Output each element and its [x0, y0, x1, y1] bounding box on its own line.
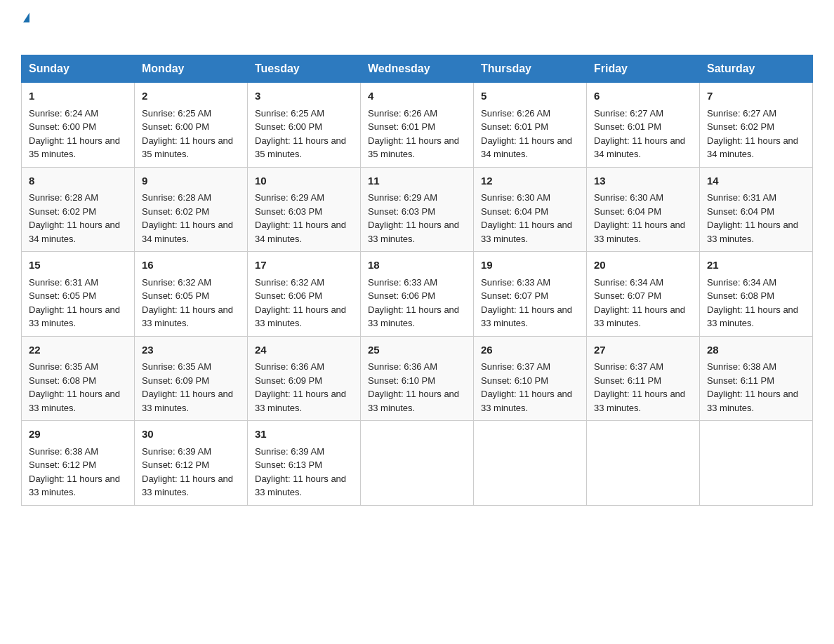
- column-header-monday: Monday: [135, 55, 248, 83]
- calendar-cell: [587, 421, 700, 506]
- day-number: 12: [481, 173, 579, 189]
- sunrise-text: Sunrise: 6:28 AM: [142, 192, 211, 203]
- sunrise-text: Sunrise: 6:26 AM: [481, 108, 550, 119]
- sunset-text: Sunset: 6:11 PM: [594, 375, 661, 386]
- calendar-cell: 14Sunrise: 6:31 AMSunset: 6:04 PMDayligh…: [700, 167, 813, 252]
- daylight-text: Daylight: 11 hours and 33 minutes.: [142, 474, 233, 498]
- calendar-cell: [361, 421, 474, 506]
- sunrise-text: Sunrise: 6:36 AM: [368, 361, 437, 372]
- sunrise-text: Sunrise: 6:36 AM: [255, 361, 324, 372]
- calendar-header-row: SundayMondayTuesdayWednesdayThursdayFrid…: [22, 55, 813, 83]
- sunrise-text: Sunrise: 6:35 AM: [29, 361, 98, 372]
- sunrise-text: Sunrise: 6:31 AM: [29, 277, 98, 288]
- calendar-cell: 18Sunrise: 6:33 AMSunset: 6:06 PMDayligh…: [361, 252, 474, 337]
- sunset-text: Sunset: 6:06 PM: [368, 290, 435, 301]
- page-header: [21, 14, 813, 43]
- daylight-text: Daylight: 11 hours and 33 minutes.: [594, 220, 685, 244]
- daylight-text: Daylight: 11 hours and 33 minutes.: [707, 389, 798, 413]
- calendar-cell: 20Sunrise: 6:34 AMSunset: 6:07 PMDayligh…: [587, 252, 700, 337]
- day-number: 30: [142, 427, 240, 443]
- day-number: 3: [255, 88, 353, 105]
- sunset-text: Sunset: 6:05 PM: [142, 290, 209, 301]
- day-number: 5: [481, 88, 579, 105]
- sunrise-text: Sunrise: 6:39 AM: [255, 446, 324, 457]
- sunrise-text: Sunrise: 6:31 AM: [707, 192, 776, 203]
- sunset-text: Sunset: 6:01 PM: [594, 121, 661, 132]
- sunset-text: Sunset: 6:02 PM: [142, 206, 209, 217]
- calendar-week-row: 22Sunrise: 6:35 AMSunset: 6:08 PMDayligh…: [22, 336, 813, 421]
- daylight-text: Daylight: 11 hours and 34 minutes.: [594, 135, 685, 160]
- calendar-cell: 30Sunrise: 6:39 AMSunset: 6:12 PMDayligh…: [135, 421, 248, 506]
- daylight-text: Daylight: 11 hours and 34 minutes.: [707, 135, 798, 160]
- sunset-text: Sunset: 6:03 PM: [255, 206, 322, 217]
- daylight-text: Daylight: 11 hours and 33 minutes.: [368, 304, 459, 329]
- daylight-text: Daylight: 11 hours and 35 minutes.: [29, 135, 120, 160]
- sunrise-text: Sunrise: 6:26 AM: [368, 108, 437, 119]
- sunset-text: Sunset: 6:09 PM: [142, 375, 209, 386]
- sunrise-text: Sunrise: 6:25 AM: [255, 108, 324, 119]
- sunset-text: Sunset: 6:04 PM: [481, 206, 548, 217]
- sunset-text: Sunset: 6:00 PM: [142, 121, 209, 132]
- sunrise-text: Sunrise: 6:30 AM: [594, 192, 663, 203]
- daylight-text: Daylight: 11 hours and 33 minutes.: [142, 304, 233, 329]
- sunrise-text: Sunrise: 6:38 AM: [707, 361, 776, 372]
- daylight-text: Daylight: 11 hours and 33 minutes.: [481, 304, 572, 329]
- day-number: 29: [29, 427, 127, 443]
- sunrise-text: Sunrise: 6:29 AM: [368, 192, 437, 203]
- day-number: 22: [29, 342, 127, 358]
- calendar-cell: 11Sunrise: 6:29 AMSunset: 6:03 PMDayligh…: [361, 167, 474, 252]
- column-header-tuesday: Tuesday: [248, 55, 361, 83]
- sunset-text: Sunset: 6:10 PM: [481, 375, 548, 386]
- calendar-cell: 3Sunrise: 6:25 AMSunset: 6:00 PMDaylight…: [248, 83, 361, 168]
- sunrise-text: Sunrise: 6:37 AM: [594, 361, 663, 372]
- calendar-cell: 9Sunrise: 6:28 AMSunset: 6:02 PMDaylight…: [135, 167, 248, 252]
- day-number: 17: [255, 257, 353, 274]
- day-number: 14: [707, 173, 805, 189]
- day-number: 6: [594, 88, 692, 105]
- day-number: 4: [368, 88, 466, 105]
- calendar-cell: 12Sunrise: 6:30 AMSunset: 6:04 PMDayligh…: [474, 167, 587, 252]
- calendar-cell: 2Sunrise: 6:25 AMSunset: 6:00 PMDaylight…: [135, 83, 248, 168]
- daylight-text: Daylight: 11 hours and 33 minutes.: [29, 474, 120, 498]
- daylight-text: Daylight: 11 hours and 34 minutes.: [255, 220, 346, 244]
- calendar-cell: 26Sunrise: 6:37 AMSunset: 6:10 PMDayligh…: [474, 336, 587, 421]
- day-number: 11: [368, 173, 466, 189]
- calendar-cell: 23Sunrise: 6:35 AMSunset: 6:09 PMDayligh…: [135, 336, 248, 421]
- day-number: 9: [142, 173, 240, 189]
- daylight-text: Daylight: 11 hours and 33 minutes.: [255, 304, 346, 329]
- calendar-cell: 7Sunrise: 6:27 AMSunset: 6:02 PMDaylight…: [700, 83, 813, 168]
- sunset-text: Sunset: 6:08 PM: [29, 375, 96, 386]
- logo: [21, 14, 34, 43]
- sunrise-text: Sunrise: 6:30 AM: [481, 192, 550, 203]
- calendar-cell: 31Sunrise: 6:39 AMSunset: 6:13 PMDayligh…: [248, 421, 361, 506]
- daylight-text: Daylight: 11 hours and 33 minutes.: [481, 220, 572, 244]
- day-number: 21: [707, 257, 805, 274]
- sunset-text: Sunset: 6:07 PM: [594, 290, 661, 301]
- calendar-cell: 25Sunrise: 6:36 AMSunset: 6:10 PMDayligh…: [361, 336, 474, 421]
- column-header-wednesday: Wednesday: [361, 55, 474, 83]
- sunrise-text: Sunrise: 6:32 AM: [142, 277, 211, 288]
- sunset-text: Sunset: 6:12 PM: [29, 459, 96, 470]
- day-number: 8: [29, 173, 127, 189]
- calendar-cell: 15Sunrise: 6:31 AMSunset: 6:05 PMDayligh…: [22, 252, 135, 337]
- sunset-text: Sunset: 6:02 PM: [707, 121, 774, 132]
- sunset-text: Sunset: 6:01 PM: [481, 121, 548, 132]
- sunset-text: Sunset: 6:13 PM: [255, 459, 322, 470]
- day-number: 16: [142, 257, 240, 274]
- daylight-text: Daylight: 11 hours and 34 minutes.: [29, 220, 120, 244]
- sunrise-text: Sunrise: 6:35 AM: [142, 361, 211, 372]
- calendar-cell: 5Sunrise: 6:26 AMSunset: 6:01 PMDaylight…: [474, 83, 587, 168]
- sunset-text: Sunset: 6:06 PM: [255, 290, 322, 301]
- calendar-cell: 8Sunrise: 6:28 AMSunset: 6:02 PMDaylight…: [22, 167, 135, 252]
- sunrise-text: Sunrise: 6:29 AM: [255, 192, 324, 203]
- sunset-text: Sunset: 6:12 PM: [142, 459, 209, 470]
- column-header-saturday: Saturday: [700, 55, 813, 83]
- calendar-cell: 21Sunrise: 6:34 AMSunset: 6:08 PMDayligh…: [700, 252, 813, 337]
- sunrise-text: Sunrise: 6:32 AM: [255, 277, 324, 288]
- sunrise-text: Sunrise: 6:34 AM: [707, 277, 776, 288]
- calendar-cell: 13Sunrise: 6:30 AMSunset: 6:04 PMDayligh…: [587, 167, 700, 252]
- daylight-text: Daylight: 11 hours and 33 minutes.: [255, 474, 346, 498]
- calendar-cell: 22Sunrise: 6:35 AMSunset: 6:08 PMDayligh…: [22, 336, 135, 421]
- daylight-text: Daylight: 11 hours and 35 minutes.: [142, 135, 233, 160]
- sunset-text: Sunset: 6:08 PM: [707, 290, 774, 301]
